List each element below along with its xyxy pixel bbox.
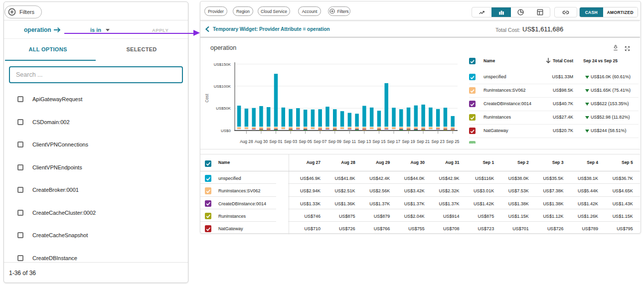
svg-text:Sep 05: Sep 05 — [299, 139, 312, 144]
svg-text:Sep 19: Sep 19 — [402, 139, 415, 144]
svg-text:US$150K: US$150K — [214, 62, 231, 67]
svg-text:Aug 30: Aug 30 — [255, 139, 268, 144]
svg-text:Sep 13: Sep 13 — [358, 139, 371, 144]
svg-text:US$100K: US$100K — [214, 84, 231, 89]
svg-text:Aug 28: Aug 28 — [240, 139, 253, 144]
svg-text:Sep 09: Sep 09 — [328, 139, 342, 144]
svg-text:Cost: Cost — [204, 94, 209, 103]
svg-text:Sep 21: Sep 21 — [417, 139, 430, 144]
svg-text:Sep 07: Sep 07 — [314, 139, 327, 144]
svg-text:Sep 17: Sep 17 — [387, 139, 401, 144]
svg-text:Sep 11: Sep 11 — [343, 139, 356, 144]
svg-text:US$50K: US$50K — [216, 106, 231, 111]
svg-text:Sep 15: Sep 15 — [372, 139, 386, 144]
svg-text:Sep 25: Sep 25 — [446, 139, 460, 144]
svg-text:Sep 03: Sep 03 — [284, 139, 298, 144]
svg-text:Sep 23: Sep 23 — [432, 139, 445, 144]
svg-text:US$0: US$0 — [221, 129, 231, 133]
svg-text:Sep 01: Sep 01 — [269, 139, 283, 144]
